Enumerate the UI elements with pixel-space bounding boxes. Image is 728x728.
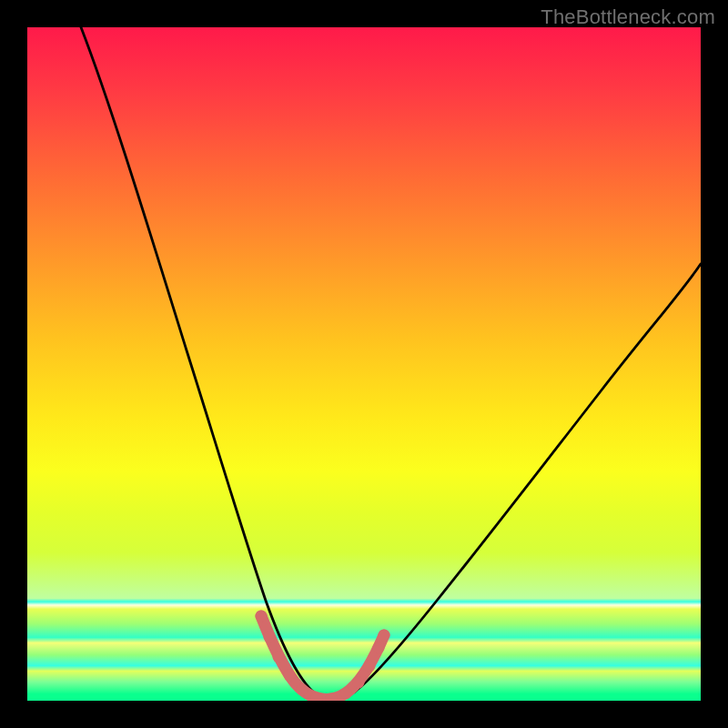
trough-dot-icon: [284, 670, 296, 682]
trough-dot-icon: [364, 661, 376, 672]
trough-dot-icon: [340, 688, 352, 700]
trough-dot-icon: [256, 611, 268, 622]
trough-dot-icon: [273, 652, 285, 663]
curve-layer: [27, 27, 701, 701]
trough-dot-icon: [264, 632, 276, 643]
plot-area: [27, 27, 701, 701]
watermark-text: TheBottleneck.com: [541, 5, 715, 29]
trough-dot-icon: [297, 684, 308, 696]
trough-dot-icon: [353, 677, 365, 689]
bottleneck-curve: [81, 27, 701, 699]
chart-frame: TheBottleneck.com: [0, 0, 728, 728]
trough-dot-icon: [373, 642, 385, 654]
trough-dot-icon: [379, 630, 390, 642]
